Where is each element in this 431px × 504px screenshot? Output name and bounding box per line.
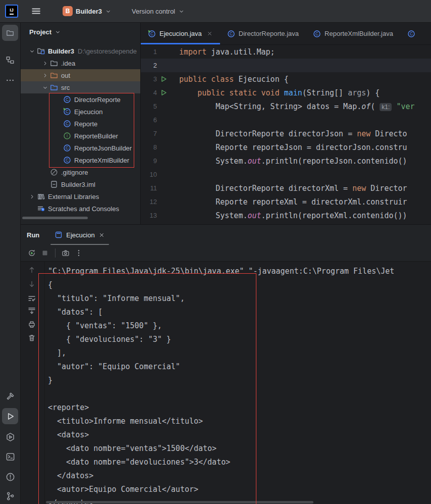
ide-window: IJ B Builder3 Version control Project Bu…: [0, 0, 431, 504]
console-line: { "devoluciones": "3" }: [48, 333, 431, 346]
project-tool-window: Project Builder3D:\gestoresdepende.ideao…: [21, 23, 141, 224]
tree-item-out[interactable]: out: [21, 69, 140, 81]
scroll-to-end-button[interactable]: [28, 307, 36, 315]
version-control-tool-icon: [6, 491, 15, 501]
structure-tool-button[interactable]: [2, 52, 18, 68]
console-line: {: [48, 278, 431, 292]
line-number: 7: [141, 130, 157, 137]
run-tool-icon: [6, 412, 15, 421]
structure-tool-icon: [6, 56, 15, 65]
console-area: "C:\Program Files\Java\jdk-25\bin\java.e…: [21, 262, 431, 504]
chevron-down-icon: [105, 8, 112, 15]
tree-item-scratchesandconsoles[interactable]: Scratches and Consoles: [21, 203, 140, 215]
class-run-icon: C: [148, 30, 156, 38]
line-number: 5: [141, 103, 157, 110]
tree-item-externallibraries[interactable]: External Libraries: [21, 190, 140, 203]
console-line: "autor": "Equipo Comercial": [48, 360, 431, 374]
console-line: <datos>: [48, 428, 431, 442]
project-panel-header[interactable]: Project: [21, 23, 140, 41]
vcs-label: Version control: [132, 8, 175, 15]
problems-tool-button[interactable]: [2, 469, 18, 485]
chevron-down-icon[interactable]: [40, 84, 50, 91]
code-line-1: 1import java.util.Map;: [141, 45, 431, 59]
soft-wrap-icon: [28, 294, 36, 303]
close-icon[interactable]: [98, 232, 105, 238]
folder-source-icon: [50, 83, 59, 92]
code-line-12: 12 Reporte reporteXml = directorXml.cons…: [141, 195, 431, 209]
console-gutter: [21, 262, 45, 504]
editor-tab-reportexmlbuilderjava[interactable]: CReporteXmlBuilder.java: [306, 23, 400, 44]
console-horizontal-scrollbar[interactable]: [46, 501, 313, 503]
project-widget[interactable]: B Builder3: [59, 4, 116, 19]
console-line: { "ventas": "1500" },: [48, 319, 431, 333]
terminal-tool-button[interactable]: [2, 448, 18, 465]
services-tool-icon: [6, 432, 15, 442]
code-editor[interactable]: 1import java.util.Map;23public class Eje…: [141, 45, 431, 222]
class-icon: C: [227, 30, 235, 38]
editor-tab-partial[interactable]: C: [400, 23, 422, 44]
console-line: <dato nombre="devoluciones">3</dato>: [48, 456, 431, 469]
print-button[interactable]: [28, 320, 36, 328]
prev-occurrence-button[interactable]: [28, 266, 36, 274]
tree-item-src[interactable]: src: [21, 81, 140, 93]
more-tools-button[interactable]: [2, 72, 18, 88]
tree-item-gitignore[interactable]: .gitignore: [21, 166, 140, 178]
rerun-button[interactable]: [28, 249, 36, 257]
clear-all-button[interactable]: [28, 334, 36, 342]
main-menu-button[interactable]: [27, 4, 44, 18]
line-number: 12: [141, 198, 157, 206]
class-icon: C: [63, 156, 72, 165]
tree-item-idea[interactable]: .idea: [21, 57, 140, 69]
kebab-icon: [75, 249, 83, 257]
editor-tab-directorreportejava[interactable]: CDirectorReporte.java: [220, 23, 306, 44]
version-control-tool-button[interactable]: [2, 488, 18, 504]
project-tool-button[interactable]: [2, 25, 18, 41]
tree-item-reportejsonbuilder[interactable]: CReporteJsonBuilder: [21, 142, 140, 154]
code-line-7: 7 DirectorReporte directorJson = new Dir…: [141, 127, 431, 140]
chevron-right-icon[interactable]: [40, 60, 50, 67]
editor-area: CEjecucion.javaCDirectorReporte.javaCRep…: [141, 23, 431, 224]
code-text: public static void main(String[] args) {: [179, 88, 380, 97]
run-tab-ejecucion[interactable]: Ejecucion: [48, 225, 111, 245]
chevron-down-icon[interactable]: [27, 48, 37, 55]
project-badge: B: [63, 6, 73, 16]
vcs-widget[interactable]: Version control: [128, 5, 189, 18]
run-tool-window: Run Ejecucion "C:\Program Files\Java\jdk…: [21, 224, 431, 504]
tree-item-path: D:\gestoresdepende: [78, 47, 137, 55]
tree-item-builder3[interactable]: Builder3D:\gestoresdepende: [21, 45, 140, 57]
project-horizontal-scrollbar[interactable]: [22, 217, 88, 219]
tree-item-reporte[interactable]: CReporte: [21, 118, 140, 130]
more-options-button[interactable]: [75, 249, 83, 257]
editor-tab-ejecucionjava[interactable]: CEjecucion.java: [141, 23, 220, 44]
project-panel-title: Project: [29, 28, 51, 36]
dump-threads-button[interactable]: [62, 249, 70, 257]
soft-wrap-button[interactable]: [28, 294, 36, 303]
project-tree: Builder3D:\gestoresdepende.ideaoutsrcCDi…: [21, 45, 140, 215]
run-gutter-icon[interactable]: [157, 76, 170, 82]
services-tool-button[interactable]: [2, 429, 18, 445]
tree-item-label: Builder3: [48, 47, 74, 55]
code-text: Map<String, String> datos = Map.of( k1: …: [179, 102, 415, 111]
chevron-right-icon[interactable]: [27, 193, 37, 200]
app-logo-icon[interactable]: IJ: [5, 5, 18, 18]
tree-item-builder3iml[interactable]: Builder3.iml: [21, 178, 140, 190]
run-tool-button[interactable]: [2, 408, 18, 424]
tree-item-reportexmlbuilder[interactable]: CReporteXmlBuilder: [21, 154, 140, 166]
build-tool-button[interactable]: [2, 388, 18, 404]
close-icon[interactable]: [206, 30, 213, 37]
main-toolbar: IJ B Builder3 Version control: [0, 0, 431, 23]
console-output[interactable]: "C:\Program Files\Java\jdk-25\bin\java.e…: [44, 262, 431, 504]
run-gutter-icon[interactable]: [157, 89, 170, 96]
stop-button[interactable]: [41, 249, 49, 257]
hamburger-icon: [31, 7, 40, 16]
tree-item-reportebuilder[interactable]: IReporteBuilder: [21, 130, 140, 142]
next-occurrence-button[interactable]: [28, 280, 36, 288]
project-name: Builder3: [76, 8, 102, 15]
line-number: 11: [141, 184, 157, 192]
chevron-right-icon[interactable]: [40, 72, 50, 79]
next-occurrence-icon: [28, 280, 36, 288]
project-folder-icon: [37, 47, 45, 56]
tree-item-label: External Libraries: [48, 193, 99, 200]
tree-item-ejecucion[interactable]: CEjecucion: [21, 106, 140, 118]
tree-item-directorreporte[interactable]: CDirectorReporte: [21, 93, 140, 106]
